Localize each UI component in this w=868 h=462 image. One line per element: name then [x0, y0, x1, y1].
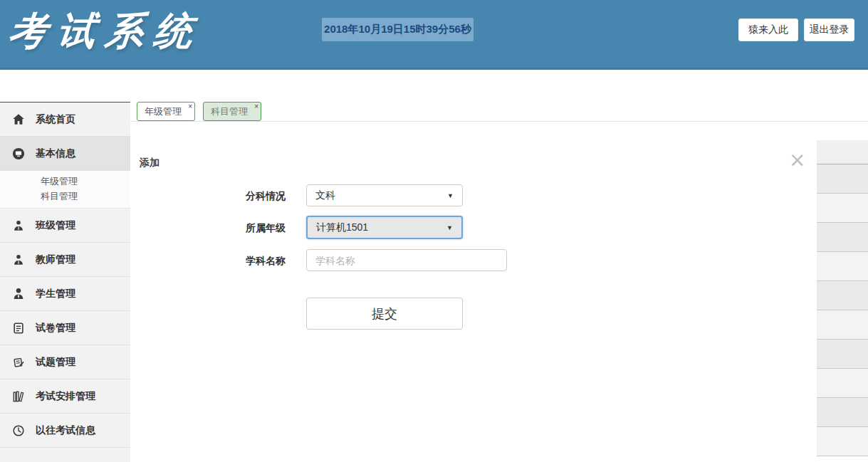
sidebar-item-class-management[interactable]: 班级管理 [0, 209, 130, 243]
sidebar-item-question-management[interactable]: 试题管理 [0, 345, 130, 379]
table-row [817, 398, 868, 427]
sidebar-item-label: 教师管理 [36, 253, 75, 266]
yuan-lai-ru-ci-button[interactable]: 猿来入此 [738, 19, 798, 41]
table-row [817, 369, 868, 398]
division-select-value: 文科 [315, 189, 335, 202]
sidebar-submenu-basic-info: 年级管理 科目管理 [0, 171, 130, 209]
class-person-icon [12, 219, 25, 232]
add-subject-modal: 添加 × 分科情况 文科 ▼ 所属年级 计算机1501 ▼ 学科名称 提交 [130, 122, 817, 462]
logout-button[interactable]: 退出登录 [804, 19, 854, 41]
tab-label: 科目管理 [211, 106, 248, 117]
tab-label: 年级管理 [145, 106, 182, 117]
sidebar-item-basic-info[interactable]: 基本信息 [0, 137, 130, 171]
exam-paper-icon [12, 322, 25, 335]
table-row [817, 194, 868, 223]
sidebar-item-exam-paper-management[interactable]: 试卷管理 [0, 311, 130, 345]
table-row [817, 252, 868, 281]
sidebar-item-home[interactable]: 系统首页 [0, 103, 130, 137]
tab-subject-management[interactable]: 科目管理 × [203, 102, 261, 121]
sidebar-item-label: 系统首页 [36, 113, 75, 126]
app-header: 考试系统 2018年10月19日15时39分56秒 猿来入此 退出登录 [0, 0, 868, 70]
field-label-subject-name: 学科名称 [246, 255, 296, 268]
question-edit-icon [12, 356, 25, 369]
table-row [817, 164, 868, 194]
table-row [817, 281, 868, 310]
tab-close-icon[interactable]: × [254, 103, 258, 111]
sidebar-item-past-exam-info[interactable]: 以往考试信息 [0, 414, 130, 448]
basic-info-icon [12, 147, 25, 160]
sidebar: 系统首页 基本信息 年级管理 科目管理 [0, 102, 130, 462]
table-row [817, 427, 868, 456]
history-clock-icon [12, 424, 25, 437]
sidebar-item-label: 班级管理 [36, 219, 75, 232]
sidebar-item-label: 基本信息 [36, 147, 75, 160]
sidebar-subitem-subject-management[interactable]: 科目管理 [0, 189, 130, 204]
caret-down-icon: ▼ [447, 192, 454, 199]
division-select[interactable]: 文科 ▼ [306, 184, 463, 206]
tab-close-icon[interactable]: × [188, 103, 192, 111]
grade-select[interactable]: 计算机1501 ▼ [306, 216, 463, 239]
table-row [817, 223, 868, 252]
sidebar-item-label: 试卷管理 [36, 322, 75, 335]
sidebar-item-label: 试题管理 [36, 356, 75, 369]
home-icon [12, 113, 25, 126]
modal-close-icon[interactable]: × [789, 150, 805, 170]
sidebar-item-student-management[interactable]: 学生管理 [0, 277, 130, 311]
teacher-person-icon [12, 253, 25, 266]
submit-button[interactable]: 提交 [306, 298, 463, 330]
table-header-row [817, 140, 868, 164]
table-row [817, 340, 868, 369]
subject-name-input[interactable] [306, 249, 507, 271]
sidebar-subitem-grade-management[interactable]: 年级管理 [0, 174, 130, 189]
grade-select-value: 计算机1501 [316, 221, 368, 234]
sidebar-item-label: 考试安排管理 [36, 390, 95, 403]
tab-grade-management[interactable]: 年级管理 × [137, 102, 195, 121]
student-person-icon [12, 288, 25, 300]
app-logo: 考试系统 [6, 6, 205, 58]
datetime-display: 2018年10月19日15时39分56秒 [322, 18, 474, 41]
field-label-division: 分科情况 [246, 190, 296, 203]
app-root: 考试系统 2018年10月19日15时39分56秒 猿来入此 退出登录 系统首页… [0, 0, 868, 462]
modal-title: 添加 [140, 157, 160, 169]
sidebar-item-label: 以往考试信息 [36, 424, 95, 437]
field-label-grade: 所属年级 [246, 222, 296, 235]
table-row [817, 310, 868, 340]
sidebar-item-label: 学生管理 [36, 288, 75, 300]
background-table [817, 140, 868, 456]
sidebar-item-teacher-management[interactable]: 教师管理 [0, 243, 130, 277]
caret-down-icon: ▼ [446, 224, 453, 231]
schedule-books-icon [12, 390, 25, 403]
sidebar-item-exam-schedule-management[interactable]: 考试安排管理 [0, 379, 130, 414]
